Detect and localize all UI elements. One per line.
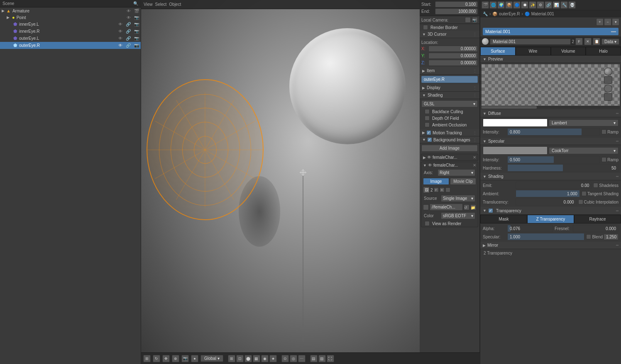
start-value-field[interactable]: 0.100 bbox=[435, 1, 478, 7]
bg-axis-dropdown[interactable]: Right ▾ bbox=[438, 169, 475, 176]
mat-f-btn[interactable]: F bbox=[575, 38, 583, 45]
world-icon-btn[interactable]: 🌍 bbox=[497, 1, 505, 9]
render-icon[interactable]: 📷 bbox=[134, 22, 139, 27]
armature-icon-btn[interactable]: 💀 bbox=[568, 1, 576, 9]
diffuse-intensity-slider[interactable]: 0.800 bbox=[507, 128, 600, 136]
link-icon[interactable]: 🔗 bbox=[126, 22, 131, 27]
render-icon[interactable]: 📷 bbox=[134, 29, 139, 34]
rotate-icon[interactable]: ↻ bbox=[153, 355, 160, 362]
ambient-occlusion-checkbox[interactable] bbox=[425, 122, 430, 127]
bg-image-tab[interactable]: Image bbox=[423, 178, 449, 185]
blend-value[interactable]: 1.250 bbox=[604, 234, 619, 240]
cursor-menu-icon[interactable]: ⋮ bbox=[473, 32, 477, 36]
bg-reload-icon[interactable]: ↺ bbox=[464, 204, 469, 210]
bg-item-1-arrow[interactable]: ▶ bbox=[423, 155, 426, 160]
render-icon-btn[interactable]: 🎬 bbox=[482, 1, 489, 9]
render-icon[interactable]: 📷 bbox=[134, 15, 139, 20]
local-camera-btn[interactable]: 📷 bbox=[472, 17, 478, 23]
mat-copy-btn[interactable]: 📋 bbox=[593, 38, 600, 45]
bg-color-dropdown[interactable]: sRGB EOTF ▾ bbox=[441, 212, 475, 219]
motion-tracking-row[interactable]: ▶ Motion Tracking ⋮ bbox=[420, 129, 479, 136]
motion-tracking-checkbox[interactable] bbox=[426, 130, 431, 135]
display-section[interactable]: ▶ Display ⋮ bbox=[420, 84, 479, 92]
display-menu-icon[interactable]: ⋮ bbox=[473, 85, 477, 90]
eye-icon[interactable]: 👁 bbox=[118, 36, 122, 41]
bg-file-copy[interactable] bbox=[445, 187, 450, 192]
bg-images-checkbox[interactable] bbox=[427, 137, 432, 142]
bg-file-x[interactable]: ✕ bbox=[440, 187, 445, 192]
transparency-checkbox[interactable] bbox=[488, 208, 493, 213]
viewport-type-icon[interactable]: ⊞ bbox=[143, 355, 151, 362]
minus-btn[interactable]: − bbox=[604, 18, 611, 26]
add-image-button[interactable]: Add Image bbox=[421, 145, 478, 152]
snap-icon[interactable]: ⊙ bbox=[281, 355, 289, 362]
x-input[interactable]: 0.00000 bbox=[428, 46, 478, 52]
bg-item-2-eyeicon[interactable]: 👁 bbox=[428, 163, 432, 167]
shading-section[interactable]: ▼ Shading ⋮ bbox=[420, 92, 479, 99]
proportional-icon[interactable]: ◎ bbox=[290, 355, 297, 362]
item-name-field[interactable]: outerEye.R bbox=[421, 76, 478, 83]
overlay-icon[interactable]: ▤ bbox=[310, 355, 318, 362]
render-border-checkbox[interactable] bbox=[423, 25, 428, 30]
bg-filepath-field[interactable]: //femaleCh... bbox=[430, 204, 463, 211]
emit-slider[interactable]: 0.00 bbox=[516, 182, 592, 189]
eye-icon[interactable]: 👁 bbox=[118, 43, 122, 48]
alpha-slider[interactable]: 0.076 bbox=[507, 225, 553, 232]
specular-color-swatch[interactable] bbox=[483, 146, 548, 155]
tab-wire[interactable]: Wire bbox=[516, 47, 551, 56]
preview-flat-icon[interactable] bbox=[604, 76, 612, 84]
link-icon[interactable]: 🔗 bbox=[126, 43, 131, 48]
tangent-shading-checkbox[interactable] bbox=[582, 191, 587, 196]
depth-of-field-checkbox[interactable] bbox=[425, 116, 430, 121]
diffuse-ramp-checkbox[interactable] bbox=[601, 129, 606, 134]
bg-source-dropdown[interactable]: Single Image ▾ bbox=[441, 195, 475, 202]
constraints-icon-btn[interactable]: 🔗 bbox=[545, 1, 552, 9]
outliner-item-active[interactable]: ⬟ outerEye.R 👁 🔗 📷 bbox=[0, 42, 141, 49]
physics-icon-btn[interactable]: ⚙ bbox=[537, 1, 544, 9]
particles-icon-btn[interactable]: ✨ bbox=[529, 1, 536, 9]
blend-checkbox[interactable] bbox=[586, 234, 591, 239]
camera-icon[interactable]: 📷 bbox=[181, 355, 189, 362]
glsl-dropdown[interactable]: GLSL ▾ bbox=[421, 100, 478, 107]
preview-hair-icon[interactable] bbox=[604, 93, 612, 101]
preview-env-icon[interactable] bbox=[604, 85, 612, 92]
scene-icon-btn[interactable]: 🌐 bbox=[489, 1, 497, 9]
link-icon[interactable]: 🔗 bbox=[126, 36, 131, 41]
outliner-item[interactable]: ▶ ● Point 👁 📷 bbox=[0, 14, 141, 21]
backface-culling-checkbox[interactable] bbox=[425, 109, 430, 114]
diffuse-collapse[interactable]: ━ bbox=[616, 111, 619, 116]
data-dropdown[interactable]: Data ▾ bbox=[601, 39, 619, 45]
eye-icon[interactable]: 👁 bbox=[127, 15, 131, 20]
y-input[interactable]: 0.00000 bbox=[428, 53, 478, 59]
bg-images-section[interactable]: ▼ Background Images ⋮ bbox=[420, 136, 479, 143]
render-icon[interactable]: 📷 bbox=[134, 36, 139, 41]
mat-x-btn[interactable]: ✕ bbox=[584, 38, 592, 45]
translucency-slider[interactable]: 0.000 bbox=[516, 198, 577, 206]
specular-shader-dropdown[interactable]: CookTorr ▾ bbox=[549, 147, 619, 154]
fresnel-slider[interactable]: 0.000 bbox=[573, 225, 619, 232]
mat-shading-collapse[interactable]: ━ bbox=[616, 174, 619, 179]
transparency-collapse[interactable]: ━ bbox=[616, 209, 619, 213]
bg-item-2-arrow[interactable]: ▼ bbox=[423, 163, 427, 167]
cubic-interp-checkbox[interactable] bbox=[578, 199, 583, 204]
bg-item-2-close[interactable]: ✕ bbox=[473, 163, 476, 167]
render-mode-icon[interactable]: ● bbox=[191, 355, 198, 362]
move-icon[interactable]: ✥ bbox=[162, 355, 170, 362]
object-icon-btn[interactable]: 📦 bbox=[505, 1, 513, 9]
tab-halo[interactable]: Halo bbox=[586, 47, 621, 56]
end-value-field[interactable]: 1000.000 bbox=[435, 8, 478, 15]
diffuse-shader-dropdown[interactable]: Lambert ▾ bbox=[549, 119, 619, 126]
outliner-item[interactable]: ⬟ innerEye.R 👁 🔗 📷 bbox=[0, 28, 141, 35]
eye-icon[interactable]: 👁 bbox=[118, 22, 122, 27]
z-input[interactable]: 0.00000 bbox=[428, 60, 478, 66]
active-material-field[interactable]: Material.001 ━━ bbox=[483, 28, 619, 35]
shadeless-checkbox[interactable] bbox=[593, 183, 598, 188]
view-as-render-checkbox[interactable] bbox=[425, 221, 430, 226]
bg-images-menu[interactable]: ⋮ bbox=[473, 138, 477, 142]
fullscreen-icon[interactable]: ⛶ bbox=[327, 355, 334, 362]
texture-icon[interactable]: ▦ bbox=[253, 355, 260, 362]
preview-sphere-icon[interactable] bbox=[604, 68, 612, 75]
solid-icon[interactable]: ⬤ bbox=[244, 355, 252, 362]
material-icon[interactable]: ◉ bbox=[261, 355, 269, 362]
3d-cursor-section[interactable]: ▼ 3D Cursor ⋮ bbox=[420, 31, 479, 38]
